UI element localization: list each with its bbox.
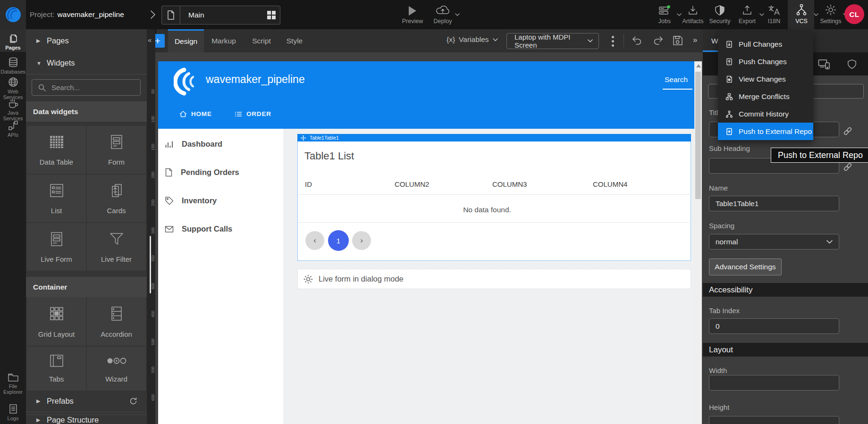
artifacts-icon: [679, 3, 707, 16]
tab-script[interactable]: Script: [246, 29, 277, 52]
rail-item-databases[interactable]: Databases: [0, 53, 26, 75]
width-input[interactable]: [709, 375, 839, 391]
widgets-section-header[interactable]: ▼ Widgets: [26, 52, 147, 75]
app-search-field[interactable]: Search: [665, 75, 688, 84]
tab-markup-label: Markup: [211, 37, 236, 45]
preview-label: Preview: [399, 18, 426, 25]
scrollbar-up-arrow[interactable]: [696, 64, 701, 67]
rail-item-java-services[interactable]: Java Services: [0, 94, 26, 118]
canvas-scrollbar-thumb[interactable]: [695, 72, 701, 199]
side-nav-support-calls[interactable]: Support Calls: [165, 224, 232, 233]
prefabs-section-header[interactable]: ▶ Prefabs: [26, 390, 147, 412]
widget-tile-tabs[interactable]: Tabs: [27, 347, 86, 390]
avatar-initials: CL: [850, 10, 860, 18]
menu-item-view-changes[interactable]: View Changes: [718, 70, 813, 88]
device-selector[interactable]: Laptop with MDPI Screen: [506, 33, 599, 49]
app-header[interactable]: [158, 61, 694, 129]
widget-tile-live-filter[interactable]: Live Filter: [87, 223, 146, 271]
widget-tile-list[interactable]: List: [27, 175, 86, 222]
pagination-page-1-button[interactable]: 1: [328, 230, 349, 251]
widget-tile-wizard[interactable]: Wizard: [87, 347, 146, 390]
pages-grid-icon[interactable]: [263, 11, 280, 19]
tab-style[interactable]: Style: [280, 29, 309, 52]
widget-tile-cards[interactable]: Cards: [87, 175, 146, 222]
widget-tile-live-form[interactable]: Live Form: [27, 223, 86, 271]
pages-section-header[interactable]: ▶ Pages: [26, 29, 147, 52]
widget-search[interactable]: [32, 79, 141, 96]
column-header-column4[interactable]: COLUMN4: [593, 180, 627, 188]
deploy-chevron-icon[interactable]: [455, 13, 460, 16]
widget-tile-accordion[interactable]: Accordion: [87, 297, 146, 346]
pagination-prev-button[interactable]: ‹: [305, 231, 324, 250]
redo-button[interactable]: [653, 35, 664, 46]
pagination-next-button[interactable]: ›: [352, 231, 371, 250]
menu-item-push-changes[interactable]: Push Changes: [718, 53, 813, 70]
prefabs-refresh-icon[interactable]: [129, 397, 137, 405]
rail-apis-label: APIs: [0, 132, 26, 138]
more-options-button[interactable]: [610, 34, 615, 49]
app-nav-order[interactable]: ORDER: [235, 110, 271, 117]
wavemaker-logo[interactable]: [0, 0, 26, 29]
variables-dropdown[interactable]: {x} Variables: [447, 35, 498, 44]
title-bind-link-icon[interactable]: [843, 126, 853, 136]
jobs-button[interactable]: Jobs: [651, 3, 678, 25]
preview-button[interactable]: Preview: [399, 3, 426, 25]
page-structure-section-header[interactable]: ▶ Page Structure: [26, 415, 147, 424]
tab-markup[interactable]: Markup: [208, 29, 240, 52]
widget-search-input[interactable]: [51, 83, 133, 92]
live-form-dialog-widget[interactable]: Live form in dialog mode: [297, 269, 691, 289]
menu-item-merge-conflicts[interactable]: Merge Conflicts: [718, 88, 813, 105]
widget-tile-form[interactable]: Form: [87, 126, 146, 174]
tabindex-input[interactable]: [709, 318, 839, 334]
open-page-tab[interactable]: Main: [161, 6, 280, 25]
name-input[interactable]: [709, 196, 839, 211]
app-nav-home[interactable]: HOME: [179, 110, 212, 117]
project-chevron-icon: [150, 10, 156, 19]
widget-tile-grid-layout[interactable]: Grid Layout: [27, 297, 86, 346]
rail-item-file-explorer[interactable]: File Explorer: [0, 369, 26, 393]
widget-selection-bar[interactable]: Table1Table1: [297, 134, 691, 141]
rail-item-pages[interactable]: Pages: [0, 29, 26, 52]
i18n-button[interactable]: I18N: [760, 3, 788, 25]
ruler-mark: 350: [151, 253, 155, 264]
save-button[interactable]: [672, 35, 683, 46]
export-button[interactable]: Export: [733, 3, 761, 25]
panel-tab-widget[interactable]: W: [711, 37, 718, 45]
menu-item-pull-changes[interactable]: Pull Changes: [718, 35, 813, 53]
home-icon: [179, 110, 187, 117]
api-nodes-icon: [0, 116, 26, 131]
shield-icon[interactable]: [847, 59, 857, 69]
security-button[interactable]: Security: [706, 3, 733, 25]
collapse-left-panel-button[interactable]: «: [148, 36, 152, 44]
i18n-translate-icon: [760, 3, 788, 16]
rail-item-logs[interactable]: Logs: [0, 400, 26, 421]
column-header-column2[interactable]: COLUMN2: [395, 180, 429, 188]
spacing-select[interactable]: normal: [709, 234, 839, 249]
collapse-right-panel-button[interactable]: »: [693, 35, 697, 45]
vcs-button[interactable]: VCS: [788, 3, 815, 25]
tabindex-field-label: Tab Index: [709, 307, 740, 315]
settings-button[interactable]: Settings: [817, 3, 844, 25]
app-search-underline: [663, 89, 692, 90]
menu-item-commit-history[interactable]: Commit History: [718, 105, 813, 123]
undo-button[interactable]: [631, 35, 642, 46]
menu-item-push-to-external-repo[interactable]: Push to External Repo: [718, 123, 813, 140]
advanced-settings-button[interactable]: Advanced Settings: [709, 258, 782, 275]
side-nav-dashboard[interactable]: Dashboard: [165, 140, 222, 149]
widget-tile-data-table[interactable]: Data Table: [27, 126, 86, 174]
artifacts-button[interactable]: Artifacts: [679, 3, 707, 25]
deploy-button[interactable]: Deploy: [429, 3, 456, 25]
column-header-id[interactable]: ID: [305, 180, 312, 188]
column-header-column3[interactable]: COLUMN3: [492, 180, 527, 188]
user-avatar[interactable]: CL: [844, 4, 864, 24]
height-input[interactable]: [709, 416, 839, 424]
move-handle-icon[interactable]: [301, 135, 306, 141]
rail-item-apis[interactable]: APIs: [0, 116, 26, 136]
side-nav-inventory[interactable]: Inventory: [165, 196, 217, 205]
tab-design[interactable]: Design: [168, 29, 204, 52]
table-row-divider: [298, 222, 690, 223]
devices-icon[interactable]: [818, 59, 830, 69]
side-nav-pending-orders[interactable]: Pending Orders: [165, 168, 239, 177]
subheading-bind-link-icon[interactable]: [843, 162, 853, 172]
document-icon: [165, 168, 173, 177]
